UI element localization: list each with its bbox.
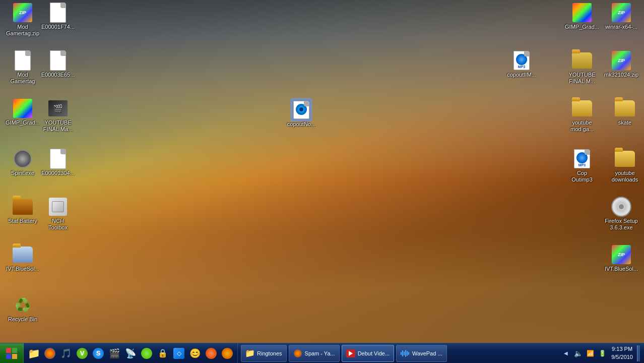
tray-arrow-icon[interactable]: ◀ [561, 348, 571, 358]
taskbar-music-icon[interactable]: 🎵 [59, 346, 73, 360]
desktop-icon-copoutno-center[interactable]: copoutNo... [281, 100, 321, 128]
desktop-icon-stat-battery[interactable]: Stat Battery [3, 197, 43, 224]
taskbar-lock-icon[interactable]: 🔒 [156, 346, 170, 360]
system-clock[interactable]: 9:13 PM 9/5/2010 [611, 345, 633, 361]
icon-label: ModGamertag.zip [6, 24, 39, 37]
debut-icon [346, 349, 355, 358]
icon-label: GIMP_Grad... [565, 24, 599, 30]
windows-logo [6, 348, 17, 359]
desktop-icon-ivt-bluesol-left[interactable]: IVT.BlueSol... [3, 245, 43, 272]
folder-icon: 📁 [245, 349, 254, 358]
icon-label: GIMP_Grad... [6, 119, 40, 126]
icon-label: youtubemod ga... [570, 119, 594, 133]
desktop-icon-spirit-exe[interactable]: Spirit.exe [3, 149, 43, 176]
icon-label: E00001304... [41, 170, 74, 176]
icon-label: E00003E65... [41, 72, 75, 78]
taskbar-smiley-icon[interactable]: 😊 [188, 346, 202, 360]
taskbar-btn-ringtones[interactable]: 📁 Ringtones [241, 345, 287, 362]
taskbar: 📁 🎵 V S 🎬 📡 🔒 [0, 343, 644, 363]
icon-label: IVT.BlueSol... [6, 266, 39, 272]
tray-show-desktop-icon[interactable] [637, 345, 640, 361]
desktop-icon-skate[interactable]: skate [605, 98, 644, 126]
icon-label: skate [618, 119, 631, 126]
icon-label: IVT.BlueSol... [605, 266, 638, 272]
taskbar-tune-icon[interactable] [204, 346, 218, 360]
desktop: ZIP ModGamertag.zip E00001F74... ModGame… [0, 0, 644, 363]
desktop-icon-youtube-final-ma[interactable]: 🎬 YOUTUBEFINAL Ma... [38, 98, 78, 133]
icon-label: copoutIIM... [507, 72, 536, 78]
taskbar-eye-icon[interactable] [140, 346, 154, 360]
taskbar-dropbox-icon[interactable]: ◇ [172, 346, 186, 360]
clock-date: 9/5/2010 [611, 354, 633, 360]
clock-time: 9:13 PM [612, 346, 632, 352]
desktop-icon-youtube-final-m-r[interactable]: YOUTUBEFINAL M... [562, 50, 602, 85]
taskbar-burn-icon[interactable] [220, 346, 234, 360]
icon-label: NCHToolbox [48, 218, 68, 231]
tray-network-icon[interactable]: 📶 [585, 348, 595, 358]
desktop-icon-winrar-x64[interactable]: ZIP winrar-x64-... [601, 3, 641, 30]
icon-label: ModGamertag [11, 72, 35, 85]
icon-label: mk321024.zip [604, 72, 639, 78]
icon-label: CopOutimp3 [571, 170, 593, 183]
icon-label: Recycle Bin [8, 316, 37, 323]
desktop-icon-gimp-grad-left[interactable]: GIMP_Grad... [3, 98, 43, 126]
desktop-icon-youtube-mod-ga[interactable]: youtubemod ga... [562, 98, 602, 133]
icon-label: YOUTUBEFINAL Ma... [43, 119, 73, 133]
taskbar-items: 📁 Ringtones Spam - Ya... Debut Vide... [238, 345, 557, 362]
desktop-icon-e00001f74[interactable]: E00001F74... [38, 3, 78, 30]
taskbar-ventrilo-icon[interactable]: V [75, 346, 89, 360]
taskbar-btn-ringtones-label: Ringtones [257, 350, 282, 356]
taskbar-btn-spam[interactable]: Spam - Ya... [289, 345, 340, 362]
desktop-icon-mk321024-zip[interactable]: ZIP mk321024.zip [601, 50, 641, 78]
desktop-icon-cop-outimp3[interactable]: MP3 CopOutimp3 [562, 149, 602, 183]
desktop-icon-recycle-bin[interactable]: ♻️ Recycle Bin [3, 295, 43, 323]
taskbar-network-icon[interactable]: 📡 [123, 346, 138, 360]
desktop-icon-e00003e65[interactable]: E00003E65... [38, 50, 78, 78]
desktop-icon-copoutiim[interactable]: MP3 copoutIIM... [501, 50, 542, 78]
icon-label: winrar-x64-... [605, 24, 637, 30]
icon-label: E00001F74... [41, 24, 75, 30]
icon-label: copoutNo... [287, 121, 315, 128]
icon-label: YOUTUBEFINAL M... [568, 72, 595, 85]
taskbar-folder-icon[interactable]: 📁 [27, 346, 41, 360]
desktop-icon-gimp-grad-right[interactable]: GIMP_Grad... [562, 3, 602, 30]
system-tray: ◀ 🔈 📶 🔋 9:13 PM 9/5/2010 [557, 343, 644, 363]
taskbar-btn-wavepad[interactable]: WavePad ... [396, 345, 447, 362]
taskbar-btn-debut-label: Debut Vide... [358, 350, 390, 356]
desktop-icon-mod-gamertag[interactable]: ModGamertag [3, 50, 43, 85]
start-button[interactable] [0, 343, 24, 364]
taskbar-btn-debut[interactable]: Debut Vide... [342, 345, 394, 362]
taskbar-video-icon[interactable]: 🎬 [107, 346, 121, 360]
tray-battery-icon[interactable]: 🔋 [597, 348, 607, 358]
quick-launch: 📁 🎵 V S 🎬 📡 🔒 [24, 343, 238, 363]
icon-label: youtubedownloads [612, 170, 638, 183]
taskbar-firefox-icon[interactable] [43, 346, 57, 360]
icon-label: Spirit.exe [11, 170, 34, 176]
taskbar-btn-spam-label: Spam - Ya... [305, 350, 335, 356]
wavepad-icon [401, 349, 410, 358]
desktop-icon-nch-toolbox[interactable]: NCHToolbox [38, 197, 78, 231]
desktop-icon-gimp-grad-zip[interactable]: ZIP ModGamertag.zip [3, 3, 43, 37]
desktop-icon-ivt-bluesol-right[interactable]: ZIP IVT.BlueSol... [601, 245, 641, 272]
desktop-icon-e00001304[interactable]: E00001304... [38, 149, 78, 176]
tray-speaker-icon[interactable]: 🔈 [573, 348, 583, 358]
icon-label: Firefox Setup3.6.3.exe [605, 218, 637, 231]
desktop-icon-firefox-setup[interactable]: Firefox Setup3.6.3.exe [601, 197, 641, 231]
icon-label: Stat Battery [8, 218, 37, 224]
firefox-icon [293, 349, 302, 358]
desktop-icon-youtube-downloads[interactable]: youtubedownloads [605, 149, 644, 183]
taskbar-skype-icon[interactable]: S [91, 346, 105, 360]
taskbar-btn-wavepad-label: WavePad ... [412, 350, 442, 356]
